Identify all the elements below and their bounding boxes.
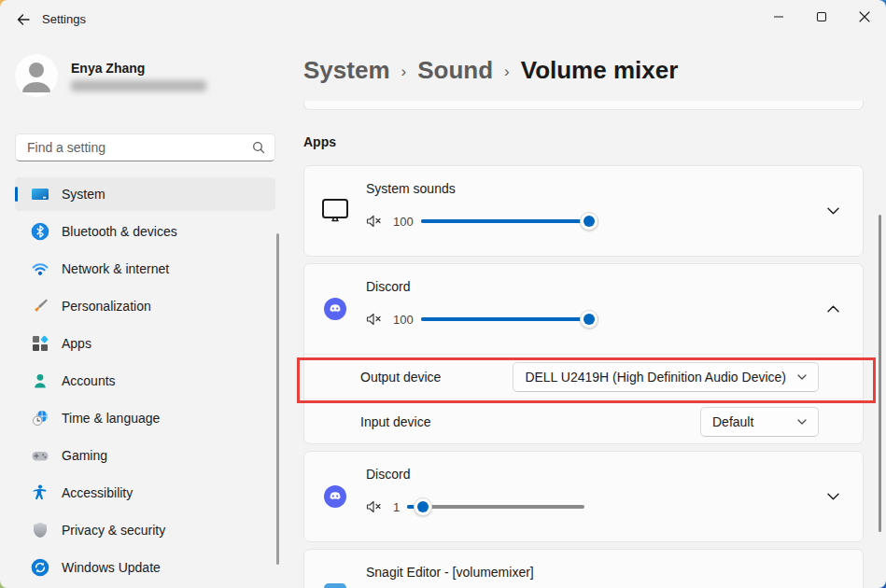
- mute-toggle-icon[interactable]: [366, 313, 382, 326]
- app-title: Snagit Editor - [volumemixer]: [366, 565, 848, 580]
- input-device-value: Default: [712, 414, 753, 429]
- sidebar-item-label: Accessibility: [62, 485, 133, 500]
- slider-thumb[interactable]: [414, 497, 432, 516]
- sidebar-item-accounts[interactable]: Accounts: [15, 364, 275, 398]
- sidebar-item-network-internet[interactable]: Network & internet: [15, 252, 275, 286]
- accessibility-icon: [31, 483, 49, 502]
- breadcrumb-system[interactable]: System: [303, 56, 390, 85]
- sidebar-item-label: Bluetooth & devices: [62, 224, 177, 239]
- avatar: [15, 54, 58, 97]
- search-box[interactable]: [15, 133, 275, 161]
- sidebar-item-gaming[interactable]: Gaming: [15, 439, 275, 472]
- sidebar-item-label: Personalization: [62, 299, 151, 314]
- slider-thumb[interactable]: [580, 212, 598, 231]
- app-card-discord-collapsed: Discord 1: [303, 451, 864, 542]
- slider-track: [407, 505, 584, 509]
- sidebar-item-label: Accounts: [62, 373, 116, 388]
- close-button[interactable]: [843, 0, 886, 33]
- sidebar-item-bluetooth-devices[interactable]: Bluetooth & devices: [15, 215, 275, 248]
- minimize-icon: [773, 11, 784, 22]
- app-body: System sounds 100: [366, 166, 818, 256]
- output-device-dropdown[interactable]: DELL U2419H (High Definition Audio Devic…: [513, 362, 819, 392]
- back-arrow-icon: [16, 12, 31, 27]
- back-button[interactable]: [7, 6, 39, 34]
- sidebar-item-privacy-security[interactable]: Privacy & security: [15, 513, 275, 547]
- maximize-icon: [816, 11, 827, 22]
- search-icon: [251, 140, 266, 159]
- chevron-down-icon: [827, 493, 839, 500]
- sidebar-item-accessibility[interactable]: Accessibility: [15, 476, 275, 510]
- sidebar-item-time-language[interactable]: Time & language: [15, 401, 275, 435]
- app-card-snagit-editor: Snagit Editor - [volumemixer]: [303, 549, 864, 588]
- system-sounds-monitor-icon: [319, 197, 351, 225]
- discord-volume-slider[interactable]: [407, 497, 584, 516]
- sidebar-item-label: Time & language: [62, 411, 160, 426]
- app-body: Snagit Editor - [volumemixer]: [366, 550, 848, 588]
- chevron-down-icon: [797, 419, 807, 425]
- paintbrush-icon: [31, 297, 49, 315]
- accounts-person-icon: [31, 371, 49, 390]
- card-header-row: Discord 1: [304, 452, 863, 541]
- slider-thumb[interactable]: [580, 310, 598, 329]
- sidebar-item-apps[interactable]: Apps: [15, 327, 275, 360]
- sidebar-nav: System Bluetooth & devices Network & int…: [0, 177, 289, 584]
- output-device-value: DELL U2419H (High Definition Audio Devic…: [525, 370, 786, 385]
- card-header-row: Snagit Editor - [volumemixer]: [304, 550, 863, 588]
- sidebar-item-windows-update[interactable]: Windows Update: [15, 551, 275, 584]
- shield-icon: [31, 521, 49, 539]
- page-title: Volume mixer: [521, 56, 679, 85]
- app-body: Discord 100: [366, 264, 818, 354]
- input-device-dropdown[interactable]: Default: [700, 407, 819, 437]
- sidebar-item-label: System: [62, 187, 105, 202]
- time-language-icon: [31, 409, 49, 427]
- mute-toggle-icon[interactable]: [366, 215, 382, 228]
- chevron-up-icon: [827, 305, 839, 313]
- output-device-label: Output device: [360, 370, 441, 385]
- search-input[interactable]: [16, 134, 274, 161]
- breadcrumb-sound[interactable]: Sound: [417, 56, 493, 85]
- volume-row: 1: [366, 497, 818, 516]
- breadcrumb: System › Sound › Volume mixer: [303, 56, 678, 85]
- system-sounds-volume-slider[interactable]: [421, 212, 598, 231]
- gamepad-icon: [31, 446, 49, 465]
- volume-value: 100: [393, 313, 414, 327]
- sidebar-item-label: Network & internet: [62, 261, 169, 276]
- titlebar: Settings: [0, 0, 886, 37]
- discord-volume-slider[interactable]: [421, 310, 598, 329]
- profile-email-redacted: [71, 80, 206, 91]
- sidebar-item-label: Windows Update: [62, 560, 161, 575]
- breadcrumb-separator: ›: [504, 63, 510, 81]
- sidebar: Enya Zhang System Bluetooth: [0, 37, 289, 588]
- volume-value: 100: [393, 215, 414, 229]
- card-header-row: Discord 100: [304, 264, 863, 354]
- close-icon: [859, 11, 870, 22]
- main-scrollbar[interactable]: [879, 215, 881, 532]
- minimize-button[interactable]: [757, 0, 800, 33]
- input-device-label: Input device: [360, 414, 431, 429]
- expand-button[interactable]: [818, 482, 848, 511]
- app-body: Discord 1: [366, 452, 818, 541]
- user-profile[interactable]: Enya Zhang: [0, 37, 289, 97]
- mute-toggle-icon[interactable]: [366, 500, 382, 513]
- bluetooth-icon: [31, 222, 49, 241]
- app-card-system-sounds: System sounds 100: [303, 165, 864, 257]
- person-icon: [15, 54, 58, 97]
- sidebar-item-system[interactable]: System: [15, 177, 275, 211]
- profile-text: Enya Zhang: [71, 60, 206, 91]
- volume-value: 1: [393, 500, 400, 514]
- section-label-apps: Apps: [303, 134, 336, 149]
- slider-track: [421, 317, 598, 321]
- selection-indicator: [15, 187, 18, 202]
- main-content: System › Sound › Volume mixer Apps Syste…: [289, 37, 886, 588]
- sidebar-item-label: Apps: [62, 336, 91, 351]
- snagit-icon: [319, 582, 351, 588]
- sidebar-item-personalization[interactable]: Personalization: [15, 289, 275, 323]
- chevron-down-icon: [797, 374, 807, 380]
- maximize-button[interactable]: [800, 0, 843, 33]
- window-title: Settings: [42, 12, 86, 26]
- app-cards-list: System sounds 100: [303, 165, 864, 588]
- collapse-button[interactable]: [818, 294, 848, 324]
- sidebar-scrollbar[interactable]: [276, 233, 279, 565]
- expand-button[interactable]: [818, 196, 848, 226]
- slider-track: [421, 219, 598, 223]
